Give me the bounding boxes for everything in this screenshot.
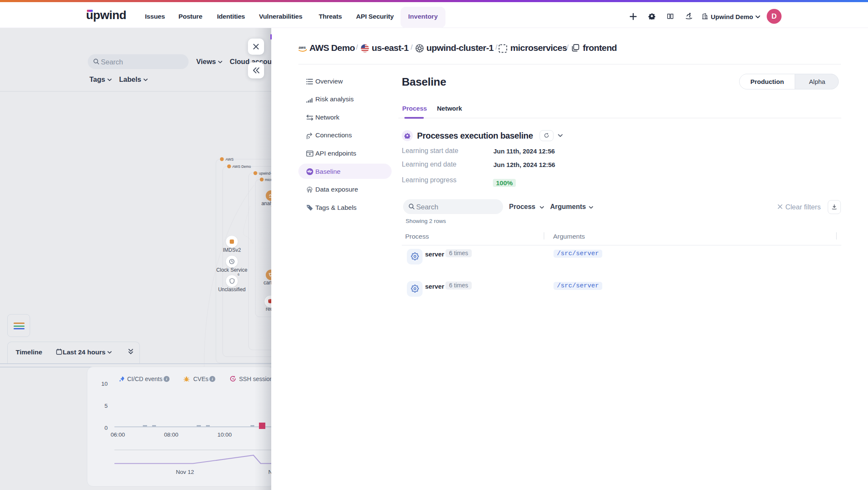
svg-text:aws: aws bbox=[299, 46, 306, 50]
